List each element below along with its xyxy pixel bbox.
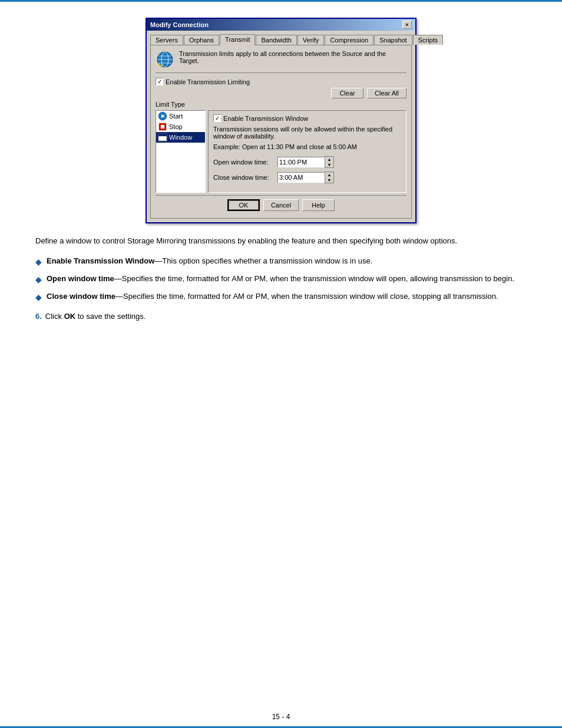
content-split: Start <box>156 110 406 193</box>
left-panel: Start <box>156 110 206 193</box>
tab-content-transmit: Transmission limits apply to all connect… <box>150 45 412 219</box>
limit-type-section: Limit Type <box>156 101 406 193</box>
dialog-area: Modify Connection × Servers Orphans Tran… <box>35 12 527 223</box>
close-time-spinner: ▲ ▼ <box>325 172 334 183</box>
bullet-term-3: Close window time <box>47 292 115 301</box>
titlebar-buttons: × <box>402 21 412 29</box>
bullet-text-3: Close window time—Specifies the time, fo… <box>47 291 498 302</box>
open-time-up-btn[interactable]: ▲ <box>325 157 333 162</box>
bullet-item-open-time: ◆ Open window time—Specifies the time, f… <box>35 273 527 286</box>
stop-icon <box>158 122 167 131</box>
tab-bar: Servers Orphans Transmit Bandwidth Verif… <box>150 34 412 45</box>
page-content: Modify Connection × Servers Orphans Tran… <box>0 0 562 344</box>
close-time-input[interactable] <box>277 172 325 183</box>
window-example: Example: Open at 11:30 PM and close at 5… <box>213 143 401 150</box>
enable-transmission-label: Enable Transmission Limiting <box>166 78 250 85</box>
dialog-footer: OK Cancel Help <box>156 195 406 213</box>
modify-connection-dialog: Modify Connection × Servers Orphans Tran… <box>146 18 416 223</box>
right-panel: ✓ Enable Transmission Window Transmissio… <box>208 110 406 193</box>
cancel-button[interactable]: Cancel <box>263 199 299 211</box>
open-time-spinner: ▲ ▼ <box>325 156 334 168</box>
dialog-body: Servers Orphans Transmit Bandwidth Verif… <box>147 31 415 222</box>
step-6-row: 6. Click OK to save the settings. <box>35 312 527 321</box>
bullet-term-2: Open window time <box>47 274 114 283</box>
window-icon <box>158 133 167 142</box>
top-border-line <box>0 0 562 2</box>
clear-button[interactable]: Clear <box>331 88 363 98</box>
bullet-detail-3: Specifies the time, formatted for AM or … <box>123 292 498 301</box>
open-time-input-wrap: ▲ ▼ <box>277 156 334 168</box>
list-item-stop-label: Stop <box>169 123 183 130</box>
close-time-row: Close window time: ▲ ▼ <box>213 172 401 183</box>
open-time-label: Open window time: <box>213 159 275 166</box>
svg-rect-11 <box>158 134 167 136</box>
info-row: Transmission limits apply to all connect… <box>156 50 406 73</box>
close-button[interactable]: × <box>402 21 412 29</box>
enable-window-checkbox[interactable]: ✓ <box>213 114 221 122</box>
tab-snapshot[interactable]: Snapshot <box>374 35 412 45</box>
list-item-start[interactable]: Start <box>156 111 205 121</box>
tab-transmit[interactable]: Transmit <box>220 34 255 45</box>
open-time-row: Open window time: ▲ ▼ <box>213 156 401 168</box>
open-time-down-btn[interactable]: ▼ <box>325 162 333 167</box>
ok-button[interactable]: OK <box>227 199 260 211</box>
bullet-list: ◆ Enable Transmission Window—This option… <box>35 255 527 304</box>
bullet-diamond-1: ◆ <box>35 256 42 268</box>
enable-window-label: Enable Transmission Window <box>223 115 308 122</box>
bullet-text-1: Enable Transmission Window—This option s… <box>47 255 372 267</box>
step-ok-bold: OK <box>64 312 76 321</box>
close-time-input-wrap: ▲ ▼ <box>277 172 334 183</box>
bullet-detail-2: Specifies the time, formatted for AM or … <box>122 274 514 283</box>
limit-type-list: Start <box>156 110 206 193</box>
list-item-window-label: Window <box>169 134 192 141</box>
list-item-stop[interactable]: Stop <box>156 121 205 132</box>
close-time-up-btn[interactable]: ▲ <box>325 172 333 177</box>
close-time-label: Close window time: <box>213 174 275 181</box>
dialog-titlebar: Modify Connection × <box>147 19 415 31</box>
dialog-title: Modify Connection <box>150 21 209 28</box>
tab-servers[interactable]: Servers <box>150 35 183 45</box>
start-icon <box>158 111 167 121</box>
list-item-start-label: Start <box>169 113 183 120</box>
globe-icon <box>156 50 174 69</box>
list-item-window[interactable]: Window <box>156 132 205 143</box>
bullet-term-1: Enable Transmission Window <box>47 256 154 265</box>
limit-type-label: Limit Type <box>156 101 406 108</box>
enable-transmission-checkbox[interactable]: ✓ <box>156 78 163 85</box>
tab-compression[interactable]: Compression <box>325 35 373 45</box>
window-description: Transmission sessions will only be allow… <box>213 126 401 140</box>
open-time-input[interactable] <box>277 157 325 167</box>
enable-transmission-row: ✓ Enable Transmission Limiting <box>156 78 406 85</box>
svg-rect-9 <box>161 125 164 129</box>
tab-scripts[interactable]: Scripts <box>413 35 444 45</box>
info-description: Transmission limits apply to all connect… <box>179 50 406 64</box>
description-paragraph: Define a window to control Storage Mirro… <box>35 235 527 247</box>
bullet-item-enable-window: ◆ Enable Transmission Window—This option… <box>35 255 527 268</box>
enable-window-row: ✓ Enable Transmission Window <box>213 114 401 122</box>
help-button[interactable]: Help <box>302 199 335 211</box>
bullet-item-close-time: ◆ Close window time—Specifies the time, … <box>35 291 527 304</box>
page-wrapper: Modify Connection × Servers Orphans Tran… <box>0 0 562 728</box>
step-number: 6. <box>35 312 42 321</box>
bullet-diamond-3: ◆ <box>35 291 42 304</box>
clear-all-button[interactable]: Clear All <box>367 88 406 98</box>
page-number: 15 - 4 <box>0 713 562 721</box>
bullet-detail-1: This option specifies whether a transmis… <box>162 256 372 265</box>
tab-verify[interactable]: Verify <box>297 35 325 45</box>
close-time-down-btn[interactable]: ▼ <box>325 177 333 183</box>
tab-bandwidth[interactable]: Bandwidth <box>256 35 296 45</box>
step-text: Click OK to save the settings. <box>45 312 146 321</box>
tab-orphans[interactable]: Orphans <box>184 35 219 45</box>
bullet-diamond-2: ◆ <box>35 274 42 286</box>
bullet-text-2: Open window time—Specifies the time, for… <box>47 273 514 285</box>
clear-buttons-row: Clear Clear All <box>156 88 406 98</box>
